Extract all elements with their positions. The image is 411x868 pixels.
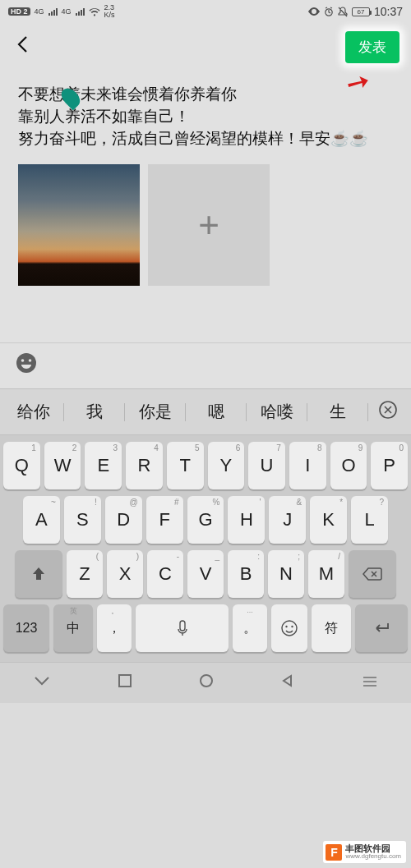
key-u[interactable]: 7U bbox=[248, 442, 285, 489]
key-w[interactable]: 2W bbox=[44, 442, 81, 489]
key-r[interactable]: 4R bbox=[126, 442, 163, 489]
key-i[interactable]: 8I bbox=[289, 442, 326, 489]
suggestion-3[interactable]: 你是 bbox=[125, 396, 186, 428]
hide-keyboard-button[interactable] bbox=[34, 674, 50, 691]
mute-icon bbox=[338, 7, 348, 17]
watermark-url: www.dgfengtu.com bbox=[345, 853, 401, 861]
key-x[interactable]: )X bbox=[107, 550, 143, 598]
svg-point-10 bbox=[201, 675, 212, 687]
space-key[interactable] bbox=[136, 604, 229, 652]
system-nav-bar bbox=[0, 662, 411, 703]
compose-header: 发表 ➚ bbox=[0, 23, 411, 71]
key-e[interactable]: 3E bbox=[85, 442, 122, 489]
signal-2-label: 4G bbox=[62, 7, 72, 16]
plus-icon: + bbox=[198, 204, 219, 246]
alarm-icon bbox=[324, 7, 334, 16]
network-speed: 2.3K/s bbox=[104, 4, 115, 19]
key-d[interactable]: @D bbox=[105, 496, 142, 544]
signal-1-label: 4G bbox=[35, 7, 44, 16]
key-y[interactable]: 6Y bbox=[208, 442, 245, 489]
key-s[interactable]: !S bbox=[64, 496, 101, 544]
svg-point-1 bbox=[16, 353, 36, 373]
suggestion-delete-button[interactable] bbox=[368, 400, 408, 425]
publish-button[interactable]: 发表 bbox=[345, 31, 399, 63]
backspace-key[interactable] bbox=[349, 550, 396, 598]
svg-point-7 bbox=[285, 626, 287, 627]
key-j[interactable]: &J bbox=[269, 496, 306, 544]
soft-keyboard: 1Q2W3E4R5T6Y7U8I9O0P ~A!S@D#F%G'H&J*K?L … bbox=[0, 435, 411, 662]
emoji-toolbar bbox=[0, 343, 411, 388]
period-key[interactable]: ... 。 bbox=[233, 604, 267, 652]
add-image-button[interactable]: + bbox=[148, 164, 270, 286]
svg-rect-5 bbox=[180, 621, 185, 631]
hd-badge: HD 2 bbox=[8, 7, 30, 16]
key-a[interactable]: ~A bbox=[23, 496, 60, 544]
nav-home-button[interactable] bbox=[199, 673, 214, 692]
suggestion-1[interactable]: 给你 bbox=[3, 396, 64, 428]
key-p[interactable]: 0P bbox=[371, 442, 408, 489]
comma-key[interactable]: 。 ， bbox=[97, 604, 132, 652]
status-bar: HD 2 4G 4G 2.3K/s 67 10:37 bbox=[0, 0, 411, 23]
svg-point-8 bbox=[291, 626, 293, 627]
clock: 10:37 bbox=[374, 5, 403, 18]
nav-recent-button[interactable] bbox=[118, 674, 132, 691]
ime-suggestion-bar: 给你 我 你是 嗯 哈喽 生 bbox=[0, 388, 411, 435]
svg-point-6 bbox=[282, 621, 297, 636]
nav-back-button[interactable] bbox=[281, 674, 294, 691]
svg-point-3 bbox=[29, 360, 32, 363]
key-h[interactable]: 'H bbox=[228, 496, 265, 544]
key-v[interactable]: _V bbox=[187, 550, 224, 598]
svg-rect-9 bbox=[119, 675, 131, 687]
nav-menu-button[interactable] bbox=[363, 674, 377, 691]
keyboard-emoji-key[interactable] bbox=[271, 604, 307, 652]
key-b[interactable]: :B bbox=[228, 550, 264, 598]
enter-key[interactable] bbox=[355, 604, 408, 652]
watermark-logo: F bbox=[326, 844, 342, 861]
watermark: F 丰图软件园 www.dgfengtu.com bbox=[323, 841, 406, 863]
language-key[interactable]: 英 中 bbox=[53, 604, 93, 652]
suggestion-6[interactable]: 生 bbox=[307, 396, 368, 428]
emoji-picker-button[interactable] bbox=[15, 355, 38, 379]
attached-image-1[interactable] bbox=[18, 164, 140, 286]
wifi-icon bbox=[89, 7, 100, 16]
shift-key[interactable] bbox=[15, 550, 62, 598]
numeric-key[interactable]: 123 bbox=[3, 604, 49, 652]
key-k[interactable]: *K bbox=[310, 496, 347, 544]
svg-point-2 bbox=[21, 360, 25, 363]
key-z[interactable]: (Z bbox=[67, 550, 103, 598]
key-m[interactable]: /M bbox=[308, 550, 344, 598]
key-c[interactable]: -C bbox=[147, 550, 183, 598]
suggestion-2[interactable]: 我 bbox=[64, 396, 125, 428]
key-l[interactable]: ?L bbox=[351, 496, 388, 544]
key-q[interactable]: 1Q bbox=[3, 442, 40, 489]
options-area bbox=[0, 294, 411, 343]
signal-2-bars bbox=[76, 8, 85, 16]
key-o[interactable]: 9O bbox=[330, 442, 367, 489]
signal-1-bars bbox=[48, 8, 58, 16]
compose-area: 不要想着未来谁会惯着你养着你 靠别人养活不如靠自己！ 努力奋斗吧，活成自己曾经渴… bbox=[0, 71, 411, 294]
key-t[interactable]: 5T bbox=[167, 442, 204, 489]
key-n[interactable]: ;N bbox=[268, 550, 304, 598]
key-f[interactable]: #F bbox=[146, 496, 183, 544]
suggestion-5[interactable]: 哈喽 bbox=[247, 396, 307, 428]
battery-icon: 67 bbox=[352, 7, 370, 16]
suggestion-4[interactable]: 嗯 bbox=[186, 396, 247, 428]
eye-comfort-icon bbox=[308, 7, 320, 16]
key-g[interactable]: %G bbox=[187, 496, 224, 544]
back-button[interactable] bbox=[12, 30, 33, 63]
symbol-key[interactable]: 符 bbox=[312, 604, 351, 652]
